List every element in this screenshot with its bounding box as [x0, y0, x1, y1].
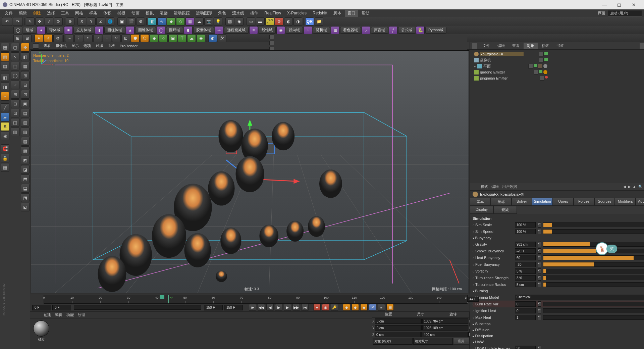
menu-anim[interactable]: 动画	[129, 10, 142, 17]
field-button[interactable]: ◉	[235, 17, 244, 26]
slider-ignition_heat[interactable]	[543, 308, 644, 313]
spinner-smoke_buoy[interactable]: ▴▾	[538, 248, 541, 254]
next-frame-button[interactable]: ▶	[284, 304, 291, 311]
xp-btn-17[interactable]: T	[178, 34, 186, 42]
value-sim_speed[interactable]	[515, 229, 536, 234]
layer-tag[interactable]	[534, 70, 538, 74]
om-tab-edit[interactable]: 编辑	[494, 43, 508, 49]
spinner-turb_rad[interactable]: ▴▾	[538, 282, 541, 287]
camera-button[interactable]: 📷	[204, 17, 213, 26]
field-icon-10[interactable]: ⁘	[304, 26, 312, 34]
lt3-10[interactable]: ▧	[21, 137, 30, 146]
environment-button[interactable]: ☁	[195, 17, 204, 26]
vp-nav-1[interactable]	[269, 35, 274, 39]
field-icon-2[interactable]: ■	[64, 26, 73, 34]
lt2-9[interactable]: ▥	[11, 128, 19, 136]
lt2-0[interactable]: ▢	[11, 43, 19, 52]
goto-end-button[interactable]: ⏭	[301, 304, 309, 311]
coord-size-X[interactable]	[422, 318, 468, 324]
value-burn_rate_var[interactable]	[515, 301, 536, 307]
xp-tag[interactable]	[543, 64, 548, 68]
field-icon-0[interactable]: ◯	[13, 26, 22, 34]
spinner-uvw-update[interactable]: ▴▾	[538, 346, 541, 349]
field-formula[interactable]: 公式域	[398, 27, 415, 34]
vp-nav-2[interactable]	[269, 41, 274, 45]
frame-start[interactable]	[32, 305, 51, 310]
atab-modifiers[interactable]: Modifiers	[615, 198, 636, 206]
mode-edge[interactable]: ╱	[1, 103, 9, 112]
recent-tool[interactable]: ⊕	[66, 17, 74, 26]
field-icon-3[interactable]: ▮	[95, 26, 104, 34]
coord-apply-button[interactable]: 应用	[453, 338, 469, 345]
am-tab-edit[interactable]: 编辑	[491, 184, 499, 189]
field-linear[interactable]: 远程衰减域	[224, 27, 249, 34]
k2-button[interactable]: ◆	[352, 304, 359, 311]
mode-s[interactable]: S	[1, 122, 9, 131]
menu-mograph[interactable]: 运动图形	[193, 10, 215, 17]
xp-btn-21[interactable]: fx	[218, 34, 226, 42]
axis-y-button[interactable]: Y	[87, 17, 96, 26]
value-uvw-update[interactable]	[515, 346, 536, 349]
xp-btn-7[interactable]: ∷	[84, 34, 93, 42]
group-dissipation[interactable]: Dissipation	[473, 333, 644, 339]
value-ignition_heat[interactable]	[515, 308, 536, 313]
atab-sources[interactable]: Sources	[594, 198, 615, 206]
scale-tool[interactable]: ⤢	[45, 17, 53, 26]
minimize-button[interactable]: —	[597, 0, 612, 9]
lt3-6[interactable]: ▣	[21, 99, 30, 108]
spinner-max_heat[interactable]: ▴▾	[538, 315, 541, 320]
tag2-button[interactable]: ▬	[256, 17, 265, 26]
close-button[interactable]: ✕	[627, 0, 641, 9]
am-nav-fwd[interactable]: ▶	[628, 185, 631, 189]
xp-btn-2[interactable]: ✦	[35, 34, 43, 42]
vp-tab-options[interactable]: 选项	[84, 43, 91, 48]
xp-btn-8[interactable]: ⁖	[93, 34, 102, 42]
group-substeps[interactable]: Substeps	[473, 321, 644, 327]
coord-pos-X[interactable]	[375, 318, 421, 324]
menu-create[interactable]: 创建	[30, 10, 44, 17]
lt3-13[interactable]: ◪	[21, 165, 30, 174]
vp-tab-panel[interactable]: 面板	[108, 43, 115, 48]
slider-vorticity[interactable]	[543, 269, 644, 273]
dropdown-burning-model[interactable]: Chemical	[515, 295, 644, 300]
spinner-turb_str[interactable]: ▴▾	[538, 275, 541, 281]
generator2-button[interactable]: ◇	[176, 17, 185, 26]
atab-coord[interactable]: 坐标	[491, 198, 512, 206]
atab-solver[interactable]: Solver	[512, 198, 532, 206]
content-browser-button[interactable]: 📁	[315, 17, 323, 26]
value-max_heat[interactable]	[515, 315, 536, 320]
mode-point[interactable]: ▪	[1, 92, 9, 101]
key-button[interactable]: 🔑	[331, 304, 338, 311]
menu-select[interactable]: 选择	[44, 10, 58, 17]
field-cube[interactable]: 立方体域	[73, 27, 94, 34]
menu-snap[interactable]: 捕捉	[115, 10, 128, 17]
lt2-3[interactable]: ◯	[11, 71, 19, 80]
lt3-15[interactable]: ⬓	[21, 184, 30, 193]
om-tab-tags[interactable]: 标签	[538, 43, 552, 49]
spinner-fuel_buoy[interactable]: ▴▾	[538, 262, 541, 267]
xp-btn-4[interactable]: ⚙	[53, 34, 62, 42]
om-tab-object[interactable]: 对象	[524, 43, 538, 49]
xp-btn-1[interactable]: ⊟	[23, 34, 32, 42]
menu-character[interactable]: 角色	[215, 10, 229, 17]
atab-falloff[interactable]: 衰减	[493, 206, 517, 214]
menu-help[interactable]: 帮助	[359, 10, 372, 17]
move-tool[interactable]: ✥	[35, 17, 44, 26]
coord-dd-size[interactable]: 绝对尺寸	[413, 338, 453, 345]
k6-button[interactable]: ▦	[386, 304, 394, 311]
coord-system-button[interactable]: 🌐	[106, 17, 114, 26]
lt3-0[interactable]: ✥	[21, 43, 30, 52]
visible-tag[interactable]	[544, 52, 548, 55]
k5-button[interactable]: ≡	[378, 304, 385, 311]
mode-axis[interactable]: ◨	[1, 83, 9, 91]
axis-x-button[interactable]: X	[77, 17, 86, 26]
vp-tab-prorender[interactable]: ProRender	[120, 44, 138, 48]
vp-tab-camera[interactable]: 摄像机	[56, 43, 67, 48]
vp-tab-view[interactable]: 查看	[44, 43, 51, 48]
layer-tag[interactable]	[539, 58, 544, 62]
k1-button[interactable]: ◆	[343, 304, 350, 311]
frame-end[interactable]	[204, 305, 223, 310]
menu-mesh[interactable]: 网格	[72, 10, 86, 17]
psr-button[interactable]: PSR0	[265, 17, 274, 26]
group-burning[interactable]: Burning	[473, 288, 644, 294]
